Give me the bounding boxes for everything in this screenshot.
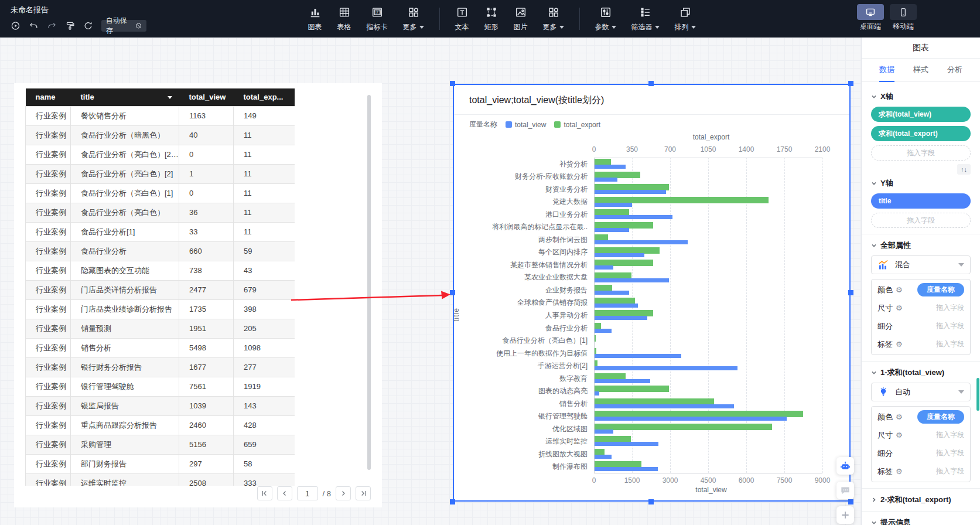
last-page-button[interactable] <box>356 486 371 500</box>
section-tooltip[interactable]: 提示信息 <box>871 517 971 525</box>
bar-total-view[interactable] <box>595 467 658 471</box>
column-header-total_exp[interactable]: total_exp... <box>234 88 295 106</box>
preview-play-icon[interactable] <box>11 21 21 31</box>
table-row[interactable]: 行业案例食品行业分析（亮白色）[2]...011 <box>26 145 295 164</box>
report-title[interactable]: 未命名报告 <box>11 5 146 15</box>
gear-icon[interactable]: ⚙ <box>896 467 903 476</box>
toolbar-item-filter[interactable]: 筛选器 <box>626 4 665 35</box>
bar-total-view[interactable] <box>595 228 629 232</box>
toolbar-item-chart[interactable]: 图表 <box>302 4 328 35</box>
table-row[interactable]: 行业案例运维实时监控2508333 <box>26 473 295 486</box>
toolbar-item-rect[interactable]: 矩形 <box>479 4 504 35</box>
table-row[interactable]: 行业案例销售分析54981098 <box>26 338 295 357</box>
bar-total-view[interactable] <box>595 165 626 169</box>
bar-total-view[interactable] <box>595 455 612 459</box>
swap-axes-button[interactable]: ↑↓ <box>957 164 971 175</box>
table-row[interactable]: 行业案例部门财务报告29758 <box>26 454 295 473</box>
all-props-drop-slot[interactable]: 拖入字段 <box>936 303 964 313</box>
bar-total-view[interactable] <box>595 240 688 244</box>
resize-handle-nw[interactable] <box>450 81 455 86</box>
bar-total-export[interactable] <box>595 335 596 342</box>
gear-icon[interactable]: ⚙ <box>896 340 903 349</box>
x-axis-drop-slot[interactable]: 拖入字段 <box>871 145 971 161</box>
x-axis-pill-total-export[interactable]: 求和(total_export) <box>871 126 971 141</box>
bar-total-view[interactable] <box>595 203 632 207</box>
gear-icon[interactable]: ⚙ <box>896 412 903 421</box>
series1-drop-slot[interactable]: 拖入字段 <box>936 448 964 458</box>
table-row[interactable]: 行业案例食品行业分析（亮白色）[1]011 <box>26 183 295 203</box>
table-row[interactable]: 行业案例餐饮销售分析1163149 <box>26 106 295 125</box>
toolbar-item-text[interactable]: 文本 <box>449 4 475 35</box>
resize-handle-sw[interactable] <box>450 499 455 504</box>
tab-style[interactable]: 样式 <box>913 59 928 82</box>
bar-total-view[interactable] <box>595 379 650 383</box>
redo-icon[interactable] <box>47 21 57 31</box>
resize-handle-e[interactable] <box>848 290 853 295</box>
table-row[interactable]: 行业案例食品行业分析（暗黑色）4011 <box>26 125 295 145</box>
bar-total-view[interactable] <box>595 404 734 408</box>
comment-button[interactable] <box>836 482 854 499</box>
section-x-axis[interactable]: X轴 <box>871 91 971 102</box>
page-number-input[interactable] <box>297 486 318 500</box>
x-axis-pill-total-view[interactable]: 求和(total_view) <box>871 107 971 122</box>
next-page-button[interactable] <box>336 486 351 500</box>
column-header-title[interactable]: title <box>71 88 179 106</box>
tab-analysis[interactable]: 分析 <box>947 59 962 82</box>
table-row[interactable]: 行业案例门店品类业绩诊断分析报告1735398 <box>26 299 295 319</box>
bar-total-view[interactable] <box>595 278 669 282</box>
chart-type-select[interactable]: 混合 <box>871 255 971 274</box>
table-row[interactable]: 行业案例食品行业分析[1]3311 <box>26 222 295 241</box>
all-props-drop-slot[interactable]: 拖入字段 <box>936 321 964 331</box>
ai-robot-button[interactable] <box>836 457 854 475</box>
all-props-pill[interactable]: 度量名称 <box>917 283 964 296</box>
toolbar-item-param[interactable]: 参数 <box>589 4 622 35</box>
toolbar-item-more-2[interactable]: 更多 <box>537 4 570 35</box>
column-header-name[interactable]: name <box>26 88 71 106</box>
series1-pill[interactable]: 度量名称 <box>917 410 964 424</box>
resize-handle-s[interactable] <box>648 499 654 504</box>
y-axis-drop-slot[interactable]: 拖入字段 <box>871 213 971 228</box>
first-page-button[interactable] <box>257 486 272 500</box>
series1-drop-slot[interactable]: 拖入字段 <box>936 466 964 476</box>
section-y-axis[interactable]: Y轴 <box>871 178 971 189</box>
bar-total-view[interactable] <box>595 366 737 370</box>
toolbar-item-table[interactable]: 表格 <box>332 4 357 35</box>
section-series1[interactable]: 1-求和(total_view) <box>871 367 971 378</box>
table-row[interactable]: 行业案例银行管理驾驶舱75611919 <box>26 377 295 396</box>
table-row[interactable]: 行业案例采购管理5156659 <box>26 435 295 454</box>
toolbar-item-image[interactable]: 图片 <box>508 4 534 35</box>
format-brush-icon[interactable] <box>65 21 75 31</box>
prev-page-button[interactable] <box>277 486 292 500</box>
resize-handle-ne[interactable] <box>848 81 853 86</box>
gear-icon[interactable]: ⚙ <box>896 285 903 294</box>
table-row[interactable]: 行业案例隐藏图表的交互功能73843 <box>26 261 295 280</box>
table-row[interactable]: 行业案例银行财务分析报告1677277 <box>26 357 295 377</box>
dashboard-canvas[interactable]: nametitletotal_viewtotal_exp... 行业案例餐饮销售… <box>0 38 861 525</box>
toolbar-item-arrange[interactable]: 排列 <box>669 4 702 35</box>
bar-total-view[interactable] <box>595 442 658 446</box>
resize-handle-w[interactable] <box>450 290 455 295</box>
table-scrollbar[interactable] <box>367 95 371 499</box>
bar-total-view[interactable] <box>595 329 612 333</box>
undo-icon[interactable] <box>29 21 39 31</box>
tab-data[interactable]: 数据 <box>879 59 894 82</box>
table-row[interactable]: 行业案例重点商品跟踪分析报告2460428 <box>26 415 295 435</box>
series1-type-select[interactable]: 自动 <box>871 383 971 401</box>
all-props-drop-slot[interactable]: 拖入字段 <box>936 339 964 349</box>
bar-total-view[interactable] <box>595 417 787 421</box>
bar-total-export[interactable] <box>595 424 772 430</box>
bar-total-view[interactable] <box>595 265 613 270</box>
bar-total-view[interactable] <box>595 354 681 358</box>
bar-total-view[interactable] <box>595 253 644 257</box>
chart-widget[interactable]: total_view;total_view(按title划分) 度量名称 tot… <box>453 84 851 502</box>
bar-total-view[interactable] <box>595 215 672 219</box>
table-row[interactable]: 行业案例食品行业分析（亮白色）3611 <box>26 203 295 222</box>
series1-drop-slot[interactable]: 拖入字段 <box>936 430 964 440</box>
bar-total-view[interactable] <box>595 429 613 434</box>
section-series2[interactable]: 2-求和(total_export) <box>871 495 971 505</box>
column-header-total_view[interactable]: total_view <box>179 88 234 106</box>
add-button[interactable] <box>836 506 854 524</box>
device-mobile-button[interactable]: 移动端 <box>890 4 917 32</box>
toolbar-item-indicator[interactable]: 123指标卡 <box>361 4 394 35</box>
bar-total-view[interactable] <box>595 178 617 182</box>
